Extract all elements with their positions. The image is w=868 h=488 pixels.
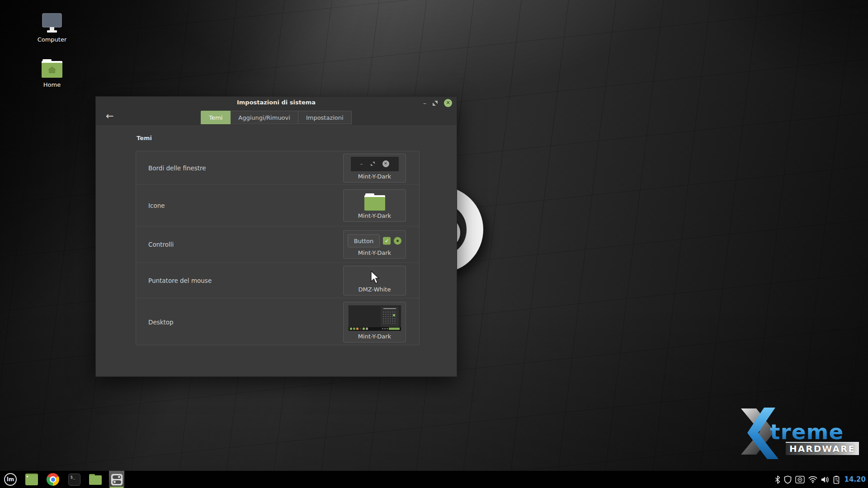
row-label: Puntatore del mouse: [148, 277, 212, 284]
settings-toggles-icon: [111, 474, 123, 486]
volume-icon[interactable]: [821, 476, 830, 483]
close-button[interactable]: ✕: [444, 99, 452, 107]
maximize-icon: [371, 162, 375, 166]
row-label: Controlli: [148, 241, 174, 248]
theme-value: DMZ-White: [359, 286, 391, 293]
row-mouse-pointer: Puntatore del mouse DMZ-White: [136, 263, 419, 298]
close-icon: ✕: [382, 160, 389, 167]
chrome-button[interactable]: [45, 471, 61, 488]
window-header: Impostazioni di sistema – ✕ ← Temi Aggiu…: [96, 97, 457, 125]
row-window-borders: Bordi delle finestre – ✕ Mint-Y-Dark: [136, 151, 419, 185]
bluetooth-icon[interactable]: [775, 475, 780, 484]
desktop-theme-button[interactable]: Mint-Y-Dark: [343, 302, 406, 343]
theme-value: Mint-Y-Dark: [358, 212, 391, 219]
terminal-button[interactable]: $_: [66, 471, 82, 488]
pointer-theme-button[interactable]: DMZ-White: [343, 266, 406, 296]
xtreme-treme-text: treme: [770, 419, 844, 444]
desktop-icon-home[interactable]: Home: [32, 59, 72, 88]
section-title: Temi: [137, 135, 152, 141]
mint-menu-button[interactable]: lm: [3, 471, 18, 488]
icon-theme-button[interactable]: Mint-Y-Dark: [343, 189, 406, 222]
folder-icon: [364, 193, 385, 211]
controls-theme-button[interactable]: Button ✓ Mint-Y-Dark: [343, 230, 406, 259]
nvidia-icon[interactable]: [795, 476, 805, 483]
home-folder-icon: [41, 59, 63, 79]
row-controls: Controlli Button ✓ Mint-Y-Dark: [136, 226, 419, 263]
checkbox-icon: ✓: [383, 237, 391, 245]
minimize-icon: –: [360, 161, 363, 167]
taskbar-launchers: lm $_: [3, 471, 124, 488]
desktop-icon-label: Home: [32, 81, 72, 88]
files-folder-icon: [89, 474, 102, 485]
software-manager-button[interactable]: [24, 471, 39, 488]
desktop-preview: [348, 305, 401, 331]
row-label: Desktop: [148, 319, 174, 326]
computer-monitor-icon: [40, 13, 64, 33]
calendar-applet-preview: [381, 307, 399, 327]
controls-preview: Button ✓: [348, 235, 402, 248]
row-label: Icone: [148, 202, 165, 209]
desktop: Computer Home treme HARDWARE: [0, 0, 868, 488]
taskbar: lm $_: [0, 471, 868, 488]
row-icons: Icone Mint-Y-Dark: [136, 185, 419, 226]
button-widget-preview: Button: [348, 235, 380, 248]
software-window-icon: [25, 474, 38, 485]
tab-temi[interactable]: Temi: [201, 111, 231, 124]
system-settings-window: Impostazioni di sistema – ✕ ← Temi Aggiu…: [95, 96, 457, 377]
desktop-icon-label: Computer: [32, 36, 72, 43]
row-label: Bordi delle finestre: [148, 164, 206, 172]
theme-value: Mint-Y-Dark: [358, 173, 391, 180]
shield-icon[interactable]: [784, 475, 792, 484]
row-desktop: Desktop: [136, 298, 419, 346]
terminal-icon: $_: [68, 474, 80, 486]
chrome-icon: [47, 473, 59, 486]
settings-button-active[interactable]: [109, 471, 124, 488]
minimize-button[interactable]: –: [423, 99, 426, 108]
tab-aggiungi-rimuovi[interactable]: Aggiungi/Rimuovi: [231, 111, 298, 124]
tab-bar: Temi Aggiungi/Rimuovi Impostazioni: [96, 111, 457, 124]
window-controls: – ✕: [423, 98, 452, 108]
desktop-icon-computer[interactable]: Computer: [32, 13, 72, 43]
mint-logo-icon: lm: [4, 473, 17, 486]
clock[interactable]: 14.20: [844, 475, 866, 483]
theme-value: Mint-Y-Dark: [358, 249, 391, 256]
themes-panel: Bordi delle finestre – ✕ Mint-Y-Dark Ico…: [136, 151, 420, 345]
wifi-icon[interactable]: [808, 476, 817, 483]
window-borders-theme-button[interactable]: – ✕ Mint-Y-Dark: [343, 154, 406, 183]
system-tray: 14.20: [775, 471, 866, 488]
radio-icon: [394, 237, 401, 245]
battery-icon[interactable]: [833, 475, 840, 484]
xtreme-hardware-text: HARDWARE: [786, 442, 859, 455]
files-button[interactable]: [88, 471, 103, 488]
maximize-button[interactable]: [433, 101, 438, 106]
titlebar-preview: – ✕: [351, 157, 399, 171]
mouse-cursor-icon: [370, 271, 380, 284]
xtreme-hardware-watermark: treme HARDWARE: [738, 407, 865, 463]
window-title: Impostazioni di sistema: [96, 99, 457, 106]
theme-value: Mint-Y-Dark: [358, 333, 391, 340]
mini-taskbar-preview: [349, 327, 401, 331]
tab-impostazioni[interactable]: Impostazioni: [298, 111, 352, 124]
